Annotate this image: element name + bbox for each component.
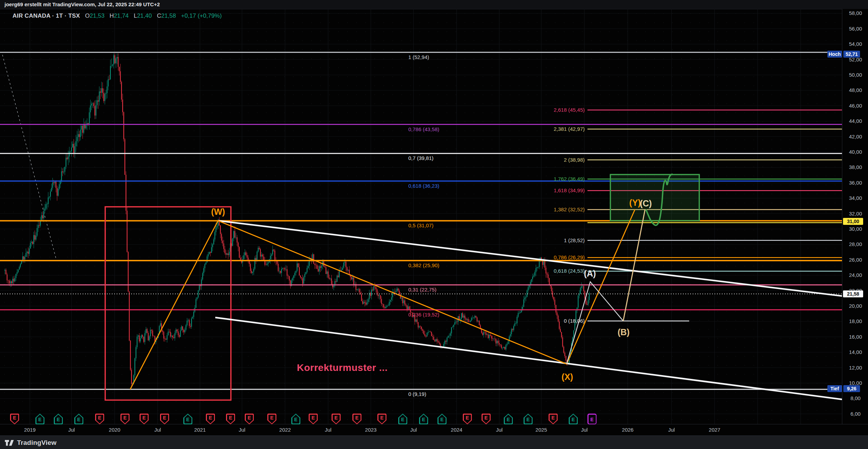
earnings-marker[interactable]: E: [95, 414, 104, 424]
earnings-marker[interactable]: E: [352, 414, 361, 424]
price-axis-tick: 20,00: [845, 303, 866, 309]
low-label: L: [134, 12, 137, 19]
price-axis-tick: 40,00: [845, 149, 866, 155]
price-axis-tick: 30,00: [845, 226, 866, 232]
earnings-marker[interactable]: E: [377, 414, 386, 424]
earnings-marker[interactable]: E: [549, 414, 558, 424]
tradingview-chart-window: joerg69 erstellt mit TradingView.com, Ju…: [0, 0, 868, 449]
price-axis-tick: 42,00: [845, 134, 866, 139]
earnings-marker[interactable]: E: [35, 414, 44, 424]
change-value: +0,17 (+0,79%): [181, 12, 222, 19]
earnings-letter: E: [291, 417, 300, 422]
earnings-marker[interactable]: E: [482, 414, 491, 424]
time-axis-label: Jul: [154, 427, 161, 433]
price-axis-tick: 38,00: [845, 164, 866, 170]
tradingview-logo[interactable]: TradingView: [5, 439, 57, 447]
earnings-marker[interactable]: E: [54, 414, 63, 424]
earnings-marker[interactable]: E: [206, 414, 215, 424]
earnings-letter: E: [437, 417, 446, 422]
earnings-marker[interactable]: E: [437, 414, 446, 424]
earnings-letter: E: [120, 415, 130, 421]
price-axis-tick: 24,00: [845, 272, 866, 278]
earnings-letter: E: [267, 415, 276, 421]
open-value: 21,53: [90, 12, 105, 19]
earnings-marker[interactable]: E: [226, 414, 235, 424]
close-label: C: [157, 12, 161, 19]
open-label: O: [85, 12, 90, 19]
high-label: H: [110, 12, 114, 19]
pale-bc-line[interactable]: [623, 209, 645, 321]
earnings-letter: E: [549, 415, 558, 421]
earnings-letter: E: [524, 417, 533, 422]
earnings-marker[interactable]: E: [10, 414, 19, 424]
time-axis-label: Jul: [581, 427, 587, 433]
time-axis-label: Jul: [239, 427, 245, 433]
trendline-lower[interactable]: [215, 317, 842, 399]
earnings-letter: E: [95, 415, 104, 421]
time-axis-label: Jul: [410, 427, 417, 433]
earnings-letter: E: [309, 415, 318, 421]
earnings-marker[interactable]: E: [120, 414, 130, 424]
earnings-marker[interactable]: E: [291, 414, 300, 424]
time-axis-label: 2025: [535, 427, 547, 433]
price-axis-tick: 48,00: [845, 87, 866, 93]
price-axis-tick: 12,00: [845, 365, 866, 371]
close-value: 21,58: [161, 12, 176, 19]
price-axis-tick: 6,00: [845, 411, 866, 417]
symbol-legend[interactable]: AIR CANADA · 1T · TSX O21,53 H21,74 L21,…: [12, 12, 222, 19]
earnings-letter: E: [587, 417, 596, 422]
earnings-marker[interactable]: E: [587, 414, 596, 424]
tradingview-logo-text: TradingView: [17, 439, 57, 447]
earnings-marker[interactable]: E: [309, 414, 318, 424]
earnings-letter: E: [377, 415, 386, 421]
price-axis-tick: 44,00: [845, 118, 866, 124]
price-axis-tick: 56,00: [845, 26, 866, 32]
earnings-marker[interactable]: E: [419, 414, 428, 424]
price-axis-tick: 8,00: [845, 395, 866, 401]
target-box[interactable]: [610, 175, 699, 221]
earnings-marker[interactable]: E: [524, 414, 533, 424]
earnings-letter: E: [74, 417, 83, 422]
price-axis[interactable]: 6,008,0010,0012,0014,0016,0018,0020,0022…: [842, 9, 868, 424]
earnings-letter: E: [352, 415, 361, 421]
time-axis-label: 2027: [709, 427, 720, 433]
earnings-letter: E: [206, 415, 215, 421]
time-axis-label: 2026: [622, 427, 633, 433]
earnings-marker[interactable]: E: [74, 414, 83, 424]
earnings-letter: E: [10, 415, 19, 421]
earnings-letter: E: [398, 417, 407, 422]
earnings-marker[interactable]: E: [332, 414, 341, 424]
earnings-letter: E: [226, 415, 235, 421]
earnings-letter: E: [332, 415, 341, 421]
earnings-marker[interactable]: E: [140, 414, 149, 424]
earnings-marker[interactable]: E: [183, 414, 192, 424]
symbol-title[interactable]: AIR CANADA · 1T · TSX: [12, 12, 80, 19]
earnings-marker[interactable]: E: [245, 414, 254, 424]
time-axis-label: 2019: [24, 427, 35, 433]
correction-pattern-box[interactable]: [105, 207, 231, 400]
time-axis[interactable]: 2019Jul2020Jul2021Jul2022Jul2023Jul2024J…: [0, 424, 868, 436]
earnings-marker[interactable]: E: [569, 414, 578, 424]
earnings-letter: E: [54, 417, 63, 422]
earnings-marker[interactable]: E: [463, 414, 472, 424]
price-axis-tick: 14,00: [845, 349, 866, 355]
price-axis-tick: 34,00: [845, 195, 866, 201]
earnings-letter: E: [463, 415, 472, 421]
low-value: 21,40: [137, 12, 152, 19]
high-marker-label: Hoch: [827, 51, 842, 58]
tradingview-logo-icon: [5, 440, 14, 446]
earnings-marker[interactable]: E: [398, 414, 407, 424]
time-axis-label: Jul: [668, 427, 675, 433]
time-axis-label: 2022: [279, 427, 291, 433]
chart-canvas[interactable]: [0, 0, 868, 449]
earnings-marker[interactable]: E: [267, 414, 276, 424]
earnings-letter: E: [140, 415, 149, 421]
high-value: 21,74: [114, 12, 129, 19]
earnings-letter: E: [245, 415, 254, 421]
earnings-marker[interactable]: E: [160, 414, 169, 424]
alert-price-badge[interactable]: 31,00: [843, 218, 863, 225]
current-price-badge: 21,58: [843, 290, 863, 297]
bottom-toolbar: TradingView: [0, 435, 868, 449]
earnings-letter: E: [482, 415, 491, 421]
earnings-marker[interactable]: E: [504, 414, 513, 424]
